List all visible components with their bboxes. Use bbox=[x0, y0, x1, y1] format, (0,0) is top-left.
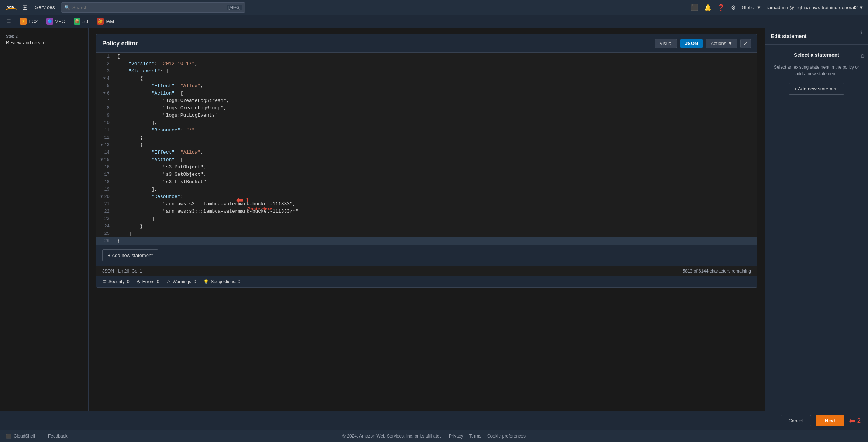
actions-button[interactable]: Actions ▼ bbox=[706, 39, 737, 48]
code-line-2: 2 "Version": "2012-10-17", bbox=[96, 60, 757, 68]
code-line-9: 9 "logs:PutLogEvents" bbox=[96, 112, 757, 119]
cancel-button[interactable]: Cancel bbox=[781, 415, 811, 426]
code-line-24: 24 } bbox=[96, 223, 757, 230]
breadcrumb-step: Step 2 bbox=[6, 34, 82, 38]
next-number: 2 bbox=[857, 418, 861, 424]
fold-icon-6[interactable]: ▼ bbox=[103, 90, 106, 97]
cloudshell-icon: ⬛ bbox=[6, 434, 11, 439]
bell-icon[interactable]: 🔔 bbox=[704, 4, 712, 11]
settings-icon[interactable]: ⚙ bbox=[731, 4, 736, 11]
suggestions-status: 💡 Suggestions: 0 bbox=[203, 279, 240, 284]
s3-icon: 📦 bbox=[74, 18, 80, 25]
cloudshell-link[interactable]: ⬛ CloudShell bbox=[6, 434, 35, 439]
select-statement-desc: Select an existing statement in the poli… bbox=[771, 64, 862, 77]
chevron-down-icon: ▼ bbox=[728, 41, 733, 46]
next-arrow-icon: ⬅ bbox=[849, 417, 855, 425]
editor-format: JSON bbox=[102, 268, 114, 274]
next-button[interactable]: Next bbox=[816, 415, 844, 426]
add-statement-button-bottom[interactable]: + Add new statement bbox=[102, 249, 158, 261]
iam-icon: 🔐 bbox=[97, 18, 104, 25]
tab-s3[interactable]: 📦 S3 bbox=[70, 17, 92, 26]
right-info-icon-2[interactable]: ⚙ bbox=[860, 53, 865, 59]
search-input[interactable] bbox=[72, 5, 225, 10]
code-line-17: 17 "s3:GetObject", bbox=[96, 171, 757, 178]
cloud-shell-icon[interactable]: ⬛ bbox=[691, 4, 698, 11]
editor-position: Ln 26, Col 1 bbox=[118, 268, 142, 274]
tab-ec2[interactable]: ⚡ EC2 bbox=[16, 17, 41, 26]
code-line-8: 8 "logs:CreateLogGroup", bbox=[96, 104, 757, 112]
policy-editor-container: Policy editor Visual JSON Actions ▼ ⤢ 1{… bbox=[96, 34, 757, 288]
code-line-3: 3 "Statement": [ bbox=[96, 68, 757, 75]
code-line-26: 26} bbox=[96, 237, 757, 245]
add-new-statement-button[interactable]: + Add new statement bbox=[789, 83, 845, 95]
error-icon: ⊗ bbox=[137, 279, 141, 284]
code-line-7: 7 "logs:CreateLogStream", bbox=[96, 97, 757, 104]
code-line-11: 11 "Resource": "*" bbox=[96, 127, 757, 134]
chevron-down-icon: ▼ bbox=[757, 5, 761, 10]
fold-icon-4[interactable]: ▼ bbox=[103, 75, 106, 82]
fold-icon-13[interactable]: ▼ bbox=[101, 141, 103, 149]
errors-status: ⊗ Errors: 0 bbox=[137, 279, 159, 284]
code-line-21: 21 "arn:aws:s3:::lambda-watermark-bucket… bbox=[96, 201, 757, 208]
top-nav: ⊞ Services 🔍 [Alt+S] ⬛ 🔔 ❓ ⚙ Global ▼ ia… bbox=[0, 0, 868, 15]
site-footer: ⬛ CloudShell Feedback © 2024, Amazon Web… bbox=[0, 430, 868, 442]
tab-iam[interactable]: 🔐 IAM bbox=[93, 17, 118, 26]
editor-toolbar: Visual JSON Actions ▼ ⤢ bbox=[655, 39, 751, 48]
lightbulb-icon: 💡 bbox=[203, 279, 209, 284]
ec2-icon: ⚡ bbox=[20, 18, 27, 25]
page-wrapper: ⊞ Services 🔍 [Alt+S] ⬛ 🔔 ❓ ⚙ Global ▼ ia… bbox=[0, 0, 868, 442]
code-line-25: 25 ] bbox=[96, 230, 757, 237]
sidebar-toggle[interactable]: ☰ bbox=[3, 17, 15, 25]
footer-bar: Cancel Next ⬅ 2 bbox=[0, 411, 868, 430]
feedback-link[interactable]: Feedback bbox=[48, 434, 68, 439]
edit-statement-body: Select a statement Select an existing st… bbox=[765, 45, 868, 102]
code-line-20: ▼20 "Resource": [ bbox=[96, 193, 757, 201]
code-line-1: 1{ bbox=[96, 53, 757, 60]
code-line-15: ▼15 "Action": [ bbox=[96, 156, 757, 164]
search-shortcut: [Alt+S] bbox=[227, 5, 242, 10]
code-line-10: 10 ], bbox=[96, 119, 757, 127]
service-tabs-bar: ☰ ⚡ EC2 🔷 VPC 📦 S3 🔐 IAM bbox=[0, 15, 868, 28]
warnings-status: ⚠ Warnings: 0 bbox=[167, 279, 196, 284]
expand-button[interactable]: ⤢ bbox=[740, 39, 751, 48]
user-menu[interactable]: iamadmin @ nghiaa-aws-training-general2 … bbox=[767, 5, 864, 10]
terms-link[interactable]: Terms bbox=[469, 434, 481, 439]
chevron-down-icon: ▼ bbox=[859, 5, 864, 10]
shield-icon: 🛡 bbox=[102, 279, 107, 284]
breadcrumb-sidebar: Step 2 Review and create bbox=[0, 28, 89, 442]
privacy-link[interactable]: Privacy bbox=[449, 434, 463, 439]
policy-editor-header: Policy editor Visual JSON Actions ▼ ⤢ bbox=[96, 34, 757, 53]
aws-logo[interactable] bbox=[4, 3, 18, 12]
code-line-5: 5 "Effect": "Allow", bbox=[96, 82, 757, 90]
grid-icon[interactable]: ⊞ bbox=[21, 2, 29, 13]
code-line-19: 19 ], bbox=[96, 186, 757, 193]
visual-button[interactable]: Visual bbox=[655, 39, 677, 48]
next-annotation: ⬅ 2 bbox=[849, 417, 861, 425]
code-line-23: 23 ] bbox=[96, 215, 757, 223]
code-line-13: ▼13 { bbox=[96, 141, 757, 149]
edit-statement-header: Edit statement bbox=[765, 28, 868, 45]
select-statement-title: Select a statement bbox=[794, 52, 839, 58]
fold-icon-20[interactable]: ▼ bbox=[101, 193, 103, 201]
chars-remaining: 5813 of 6144 characters remaining bbox=[683, 268, 751, 274]
search-bar: 🔍 [Alt+S] bbox=[61, 2, 245, 13]
policy-editor-title: Policy editor bbox=[102, 40, 138, 47]
middle-content: Step 2 Review and create Policy editor V… bbox=[0, 28, 868, 442]
json-button[interactable]: JSON bbox=[680, 39, 703, 48]
code-editor[interactable]: 1{2 "Version": "2012-10-17",3 "Statement… bbox=[96, 53, 757, 245]
code-line-14: 14 "Effect": "Allow", bbox=[96, 149, 757, 156]
warning-icon: ⚠ bbox=[167, 279, 171, 284]
editor-status-bar: JSON | Ln 26, Col 1 5813 of 6144 charact… bbox=[96, 266, 757, 276]
validation-bar: 🛡 Security: 0 ⊗ Errors: 0 ⚠ Warnings: 0 … bbox=[96, 276, 757, 287]
code-line-4: ▼4 { bbox=[96, 75, 757, 82]
cookie-link[interactable]: Cookie preferences bbox=[487, 434, 526, 439]
fold-icon-15[interactable]: ▼ bbox=[101, 156, 103, 164]
right-info-icon-1[interactable]: ℹ bbox=[860, 30, 865, 35]
tab-vpc[interactable]: 🔷 VPC bbox=[43, 17, 69, 26]
code-line-22: 22 "arn:aws:s3:::lambda-watermark-bucket… bbox=[96, 208, 757, 215]
editor-area: Policy editor Visual JSON Actions ▼ ⤢ 1{… bbox=[89, 28, 765, 442]
region-selector[interactable]: Global ▼ bbox=[742, 5, 761, 10]
right-panel: Edit statement Select a statement Select… bbox=[765, 28, 868, 442]
services-button[interactable]: Services bbox=[32, 3, 58, 12]
help-icon[interactable]: ❓ bbox=[717, 4, 725, 11]
